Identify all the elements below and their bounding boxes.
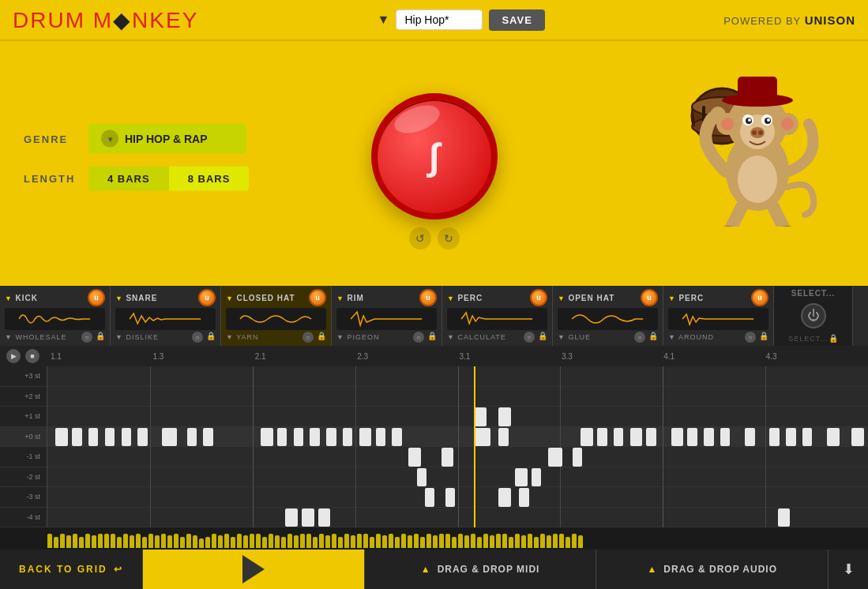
note-n4-1[interactable] (285, 508, 298, 527)
note-0-13[interactable] (310, 428, 319, 447)
length-4-button[interactable]: 4 BARS (88, 167, 169, 191)
generate-button[interactable]: ∫ (371, 93, 498, 219)
inst-perc2[interactable]: ▼ PERC u ▼ AROUND ○ 🔒 (663, 286, 774, 346)
note-0-10[interactable] (261, 428, 273, 447)
note-n4-2[interactable] (302, 508, 314, 527)
note-0-11[interactable] (277, 428, 287, 447)
note-n4-3[interactable] (318, 508, 331, 527)
note-n1-4[interactable] (573, 448, 582, 467)
note-0-18[interactable] (392, 428, 401, 447)
note-n3-4[interactable] (519, 488, 528, 507)
inst-select-power-btn[interactable]: ⏻ (801, 303, 826, 328)
inst-perc2-lock[interactable]: 🔒 (759, 332, 768, 343)
inst-perc2-mute[interactable]: ○ (745, 332, 756, 343)
note-0-20[interactable] (498, 428, 508, 447)
redo-button[interactable]: ↻ (438, 227, 460, 249)
note-0-17[interactable] (376, 428, 385, 447)
inst-perc1-btn[interactable]: u (530, 289, 547, 306)
note-n1-3[interactable] (548, 448, 563, 467)
inst-closed-hat-btn[interactable]: u (309, 289, 326, 306)
note-0-25[interactable] (646, 428, 656, 447)
note-0-23[interactable] (614, 428, 623, 447)
inst-snare-mute[interactable]: ○ (192, 332, 203, 343)
inst-select[interactable]: SELECT... ⏻ SELECT... 🔒 (774, 286, 853, 346)
save-button[interactable]: SAVE (489, 9, 544, 31)
note-0-9[interactable] (203, 428, 212, 447)
drag-drop-audio-button[interactable]: ▲ DRAG & DROP AUDIO (596, 550, 829, 589)
inst-closed-hat-lock[interactable]: 🔒 (317, 332, 326, 343)
inst-closed-hat-mute[interactable]: ○ (302, 332, 314, 343)
length-8-button[interactable]: 8 BARS (169, 167, 250, 191)
note-0-26[interactable] (671, 428, 684, 447)
note-0-7[interactable] (162, 428, 177, 447)
note-0-12[interactable] (294, 428, 303, 447)
back-to-grid-button[interactable]: BACK TO GRID ↩ (0, 550, 143, 589)
note-n1-2[interactable] (442, 448, 454, 467)
note-n2-2[interactable] (515, 468, 528, 487)
inst-open-hat[interactable]: ▼ OPEN HAT u ▼ GLUE ○ 🔒 (553, 286, 663, 346)
note-n2-1[interactable] (417, 468, 426, 487)
note-0-15[interactable] (343, 428, 352, 447)
note-0-27[interactable] (687, 428, 697, 447)
note-0-8[interactable] (187, 428, 197, 447)
inst-kick-btn[interactable]: u (88, 289, 105, 306)
note-1-1[interactable] (474, 407, 487, 426)
genre-select[interactable]: ▾ HIP HOP & RAP (88, 124, 246, 154)
inst-kick[interactable]: ▼ KICK u ▼ WHOLESALE ○ 🔒 (0, 286, 111, 346)
inst-rim-mute[interactable]: ○ (413, 332, 424, 343)
note-1-2[interactable] (498, 407, 511, 426)
note-0-14[interactable] (326, 428, 336, 447)
note-n2-3[interactable] (532, 468, 541, 487)
note-0-24[interactable] (630, 428, 643, 447)
note-0-1[interactable] (55, 428, 68, 447)
inst-perc1-lock[interactable]: 🔒 (538, 332, 547, 343)
note-0-2[interactable] (72, 428, 81, 447)
note-0-28[interactable] (704, 428, 713, 447)
inst-perc1-mute[interactable]: ○ (524, 332, 535, 343)
note-0-19[interactable] (474, 428, 490, 447)
note-n1-1[interactable] (408, 448, 421, 467)
note-0-6[interactable] (137, 428, 147, 447)
inst-open-hat-btn[interactable]: u (641, 289, 658, 306)
note-0-22[interactable] (597, 428, 607, 447)
play-button[interactable] (143, 550, 364, 589)
note-0-5[interactable] (122, 428, 131, 447)
inst-snare-btn[interactable]: u (198, 289, 216, 306)
inst-rim-btn[interactable]: u (419, 289, 437, 306)
inst-closed-hat[interactable]: ▼ CLOSED HAT u ▼ YARN ○ 🔒 (221, 286, 332, 346)
note-0-34[interactable] (827, 428, 840, 447)
undo-button[interactable]: ↺ (409, 227, 431, 249)
note-0-21[interactable] (581, 428, 593, 447)
note-0-29[interactable] (720, 428, 730, 447)
inst-kick-lock[interactable]: 🔒 (96, 332, 105, 343)
note-0-16[interactable] (359, 428, 372, 447)
inst-kick-mute[interactable]: ○ (81, 332, 92, 343)
roll-stop-btn[interactable]: ■ (25, 349, 39, 363)
inst-perc2-btn[interactable]: u (751, 289, 768, 306)
note-0-4[interactable] (105, 428, 115, 447)
inst-open-hat-lock[interactable]: 🔒 (648, 332, 658, 343)
roll-grid[interactable] (47, 366, 868, 527)
inst-snare[interactable]: ▼ SNARE u ▼ DISLIKE ○ 🔒 (111, 286, 221, 346)
note-0-30[interactable] (745, 428, 754, 447)
note-0-33[interactable] (802, 428, 812, 447)
note-0-31[interactable] (769, 428, 779, 447)
preset-name-input[interactable] (396, 9, 483, 30)
inst-snare-lock[interactable]: 🔒 (206, 332, 216, 343)
drag-drop-midi-button[interactable]: ▲ DRAG & DROP MIDI (364, 550, 597, 589)
roll-play-btn[interactable]: ▶ (6, 349, 21, 363)
inst-rim-lock[interactable]: 🔒 (427, 332, 437, 343)
inst-perc1[interactable]: ▼ PERC u ▼ CALCULATE ○ 🔒 (442, 286, 553, 346)
note-n3-2[interactable] (445, 488, 455, 507)
inst-select-lock[interactable]: 🔒 (829, 334, 838, 343)
preset-dropdown-button[interactable]: ▼ (378, 13, 390, 27)
note-0-32[interactable] (786, 428, 795, 447)
inst-rim[interactable]: ▼ RIM u ▼ PIGEON ○ 🔒 (332, 286, 442, 346)
note-0-35[interactable] (851, 428, 864, 447)
note-0-3[interactable] (88, 428, 98, 447)
inst-open-hat-mute[interactable]: ○ (634, 332, 645, 343)
note-n3-1[interactable] (425, 488, 434, 507)
download-button[interactable]: ⬇ (829, 550, 868, 589)
note-n3-3[interactable] (498, 488, 511, 507)
note-n4-4[interactable] (778, 508, 791, 527)
